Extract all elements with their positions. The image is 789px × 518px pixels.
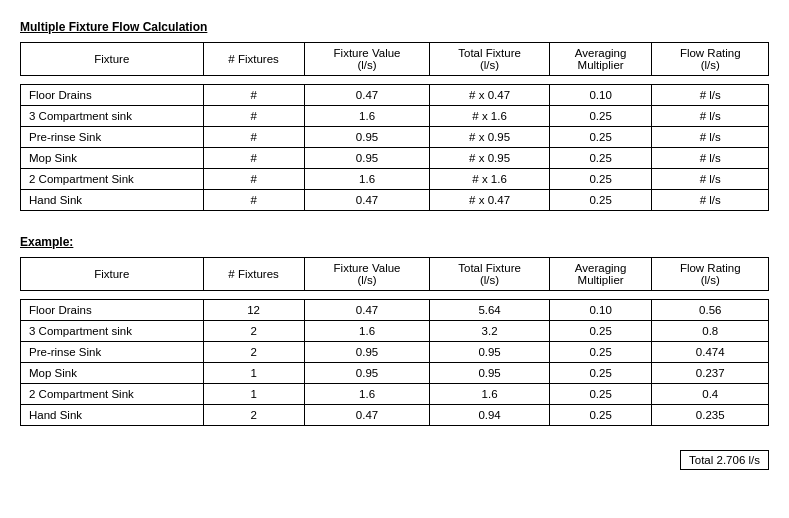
avg-multiplier: 0.25 — [549, 148, 652, 169]
fixture-value: 0.47 — [304, 85, 430, 106]
total-fixture: # x 0.47 — [430, 190, 549, 211]
fixture-name: 3 Compartment sink — [21, 321, 204, 342]
fixture-value: 1.6 — [304, 321, 430, 342]
flow-rating: 0.56 — [652, 300, 769, 321]
avg-multiplier: 0.10 — [549, 85, 652, 106]
table-row: 2 Compartment Sink 1 1.6 1.6 0.25 0.4 — [21, 384, 769, 405]
col-total-fixture-1: Total Fixture(l/s) — [430, 43, 549, 76]
total-fixture: # x 0.95 — [430, 127, 549, 148]
col-num-fixtures-1: # Fixtures — [203, 43, 304, 76]
avg-multiplier: 0.25 — [549, 190, 652, 211]
flow-rating: 0.474 — [652, 342, 769, 363]
section1-title: Multiple Fixture Flow Calculation — [20, 20, 769, 34]
fixture-value: 0.95 — [304, 148, 430, 169]
col-flow-rating-1: Flow Rating(l/s) — [652, 43, 769, 76]
fixture-name: Hand Sink — [21, 190, 204, 211]
col-total-fixture-2: Total Fixture(l/s) — [430, 258, 549, 291]
avg-multiplier: 0.25 — [549, 106, 652, 127]
fixture-name: 2 Compartment Sink — [21, 169, 204, 190]
col-fixture-2: Fixture — [21, 258, 204, 291]
total-fixture: 3.2 — [430, 321, 549, 342]
fixture-value: 0.47 — [304, 300, 430, 321]
flow-rating: 0.237 — [652, 363, 769, 384]
fixture-name: Mop Sink — [21, 363, 204, 384]
total-fixture: 1.6 — [430, 384, 549, 405]
col-fixture-1: Fixture — [21, 43, 204, 76]
num-fixtures: 2 — [203, 321, 304, 342]
total-fixture: 0.95 — [430, 363, 549, 384]
col-avg-multiplier-1: AveragingMultiplier — [549, 43, 652, 76]
flow-rating: 0.8 — [652, 321, 769, 342]
num-fixtures: 2 — [203, 405, 304, 426]
fixture-name: 3 Compartment sink — [21, 106, 204, 127]
fixture-value: 1.6 — [304, 384, 430, 405]
avg-multiplier: 0.25 — [549, 127, 652, 148]
avg-multiplier: 0.25 — [549, 405, 652, 426]
fixture-value: 0.95 — [304, 363, 430, 384]
fixture-name: Floor Drains — [21, 85, 204, 106]
table-row: Mop Sink # 0.95 # x 0.95 0.25 # l/s — [21, 148, 769, 169]
flow-rating: 0.235 — [652, 405, 769, 426]
col-num-fixtures-2: # Fixtures — [203, 258, 304, 291]
fixture-name: Pre-rinse Sink — [21, 342, 204, 363]
total-fixture: # x 1.6 — [430, 106, 549, 127]
fixture-name: Hand Sink — [21, 405, 204, 426]
fixture-name: Floor Drains — [21, 300, 204, 321]
total-fixture: 0.95 — [430, 342, 549, 363]
table-row: Hand Sink 2 0.47 0.94 0.25 0.235 — [21, 405, 769, 426]
num-fixtures: # — [203, 127, 304, 148]
num-fixtures: 1 — [203, 363, 304, 384]
table-row: Floor Drains 12 0.47 5.64 0.10 0.56 — [21, 300, 769, 321]
fixture-value: 0.47 — [304, 405, 430, 426]
col-fixture-value-2: Fixture Value(l/s) — [304, 258, 430, 291]
fixture-value: 0.95 — [304, 342, 430, 363]
fixture-name: Pre-rinse Sink — [21, 127, 204, 148]
num-fixtures: # — [203, 169, 304, 190]
fixture-value: 1.6 — [304, 106, 430, 127]
total-row: Total 2.706 l/s — [20, 450, 769, 470]
flow-rating: # l/s — [652, 148, 769, 169]
table-row: 3 Compartment sink 2 1.6 3.2 0.25 0.8 — [21, 321, 769, 342]
avg-multiplier: 0.10 — [549, 300, 652, 321]
fixture-name: 2 Compartment Sink — [21, 384, 204, 405]
table-row: 3 Compartment sink # 1.6 # x 1.6 0.25 # … — [21, 106, 769, 127]
fixture-value: 1.6 — [304, 169, 430, 190]
avg-multiplier: 0.25 — [549, 321, 652, 342]
num-fixtures: 12 — [203, 300, 304, 321]
total-fixture: 0.94 — [430, 405, 549, 426]
flow-rating: 0.4 — [652, 384, 769, 405]
avg-multiplier: 0.25 — [549, 363, 652, 384]
total-fixture: # x 0.95 — [430, 148, 549, 169]
table-row: 2 Compartment Sink # 1.6 # x 1.6 0.25 # … — [21, 169, 769, 190]
flow-rating: # l/s — [652, 169, 769, 190]
flow-rating: # l/s — [652, 127, 769, 148]
section1-table: Fixture # Fixtures Fixture Value(l/s) To… — [20, 42, 769, 219]
avg-multiplier: 0.25 — [549, 384, 652, 405]
num-fixtures: 1 — [203, 384, 304, 405]
avg-multiplier: 0.25 — [549, 169, 652, 190]
total-value: Total 2.706 l/s — [680, 450, 769, 470]
table-row: Pre-rinse Sink 2 0.95 0.95 0.25 0.474 — [21, 342, 769, 363]
fixture-value: 0.95 — [304, 127, 430, 148]
table-row: Hand Sink # 0.47 # x 0.47 0.25 # l/s — [21, 190, 769, 211]
flow-rating: # l/s — [652, 190, 769, 211]
total-fixture: # x 0.47 — [430, 85, 549, 106]
table-row: Pre-rinse Sink # 0.95 # x 0.95 0.25 # l/… — [21, 127, 769, 148]
flow-rating: # l/s — [652, 106, 769, 127]
section2-title: Example: — [20, 235, 769, 249]
total-fixture: # x 1.6 — [430, 169, 549, 190]
num-fixtures: # — [203, 85, 304, 106]
table-row: Mop Sink 1 0.95 0.95 0.25 0.237 — [21, 363, 769, 384]
col-flow-rating-2: Flow Rating(l/s) — [652, 258, 769, 291]
fixture-name: Mop Sink — [21, 148, 204, 169]
num-fixtures: # — [203, 106, 304, 127]
col-avg-multiplier-2: AveragingMultiplier — [549, 258, 652, 291]
col-fixture-value-1: Fixture Value(l/s) — [304, 43, 430, 76]
avg-multiplier: 0.25 — [549, 342, 652, 363]
section2-table: Fixture # Fixtures Fixture Value(l/s) To… — [20, 257, 769, 434]
num-fixtures: # — [203, 190, 304, 211]
num-fixtures: 2 — [203, 342, 304, 363]
total-fixture: 5.64 — [430, 300, 549, 321]
table-row: Floor Drains # 0.47 # x 0.47 0.10 # l/s — [21, 85, 769, 106]
flow-rating: # l/s — [652, 85, 769, 106]
